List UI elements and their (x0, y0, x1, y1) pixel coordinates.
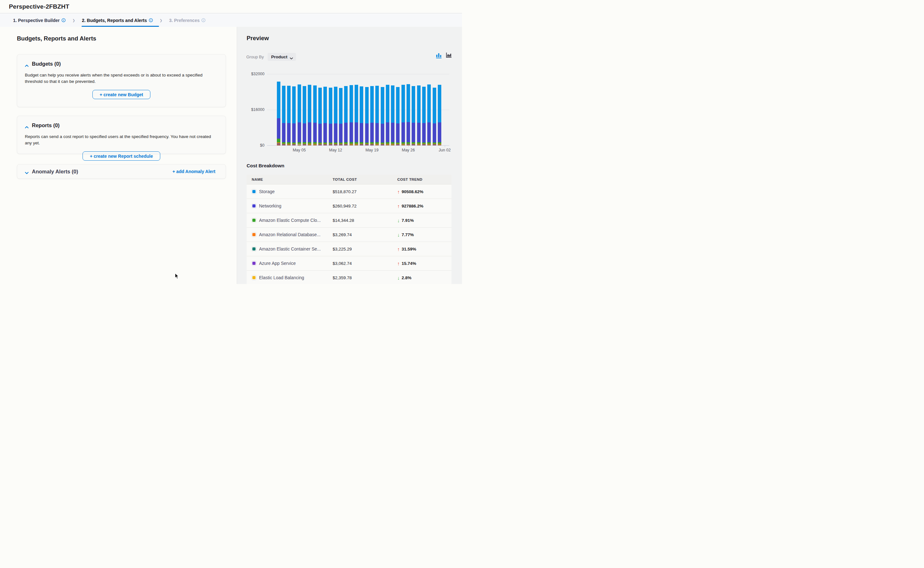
stacked-bar-may-15[interactable] (350, 74, 353, 145)
tab-preferences[interactable]: 3. Preferences (169, 14, 206, 27)
row-name: Amazon Elastic Compute Clo... (259, 218, 333, 223)
chevron-right-icon: › (160, 16, 162, 25)
row-total-cost: $3,269.74 (333, 233, 397, 237)
stacked-bar-may-31[interactable] (433, 74, 436, 145)
row-total-cost: $518,870.27 (333, 189, 397, 194)
stacked-bar-may-30[interactable] (427, 74, 431, 145)
stacked-bar-may-17[interactable] (360, 74, 363, 145)
series-color-chip (252, 261, 256, 266)
stacked-bar-may-27[interactable] (412, 74, 415, 145)
stacked-bar-may-18[interactable] (365, 74, 369, 145)
row-name: Elastic Load Balancing (259, 275, 333, 280)
reports-card-title: Reports (0) (32, 122, 60, 128)
window-header: Perspective-2FBZHT (0, 0, 462, 14)
stacked-bar-may-28[interactable] (417, 74, 421, 145)
x-tick-label: May 19 (365, 148, 378, 153)
x-tick-mark (408, 145, 409, 147)
tab-budgets-reports-alerts[interactable]: 2. Budgets, Reports and Alerts (82, 14, 153, 27)
row-total-cost: $3,062.74 (333, 261, 397, 266)
page-title: Perspective-2FBZHT (9, 3, 69, 10)
stacked-bar-may-01[interactable] (277, 74, 280, 145)
series-color-chip (252, 233, 256, 237)
info-icon[interactable] (149, 18, 153, 22)
trend-arrow-icon: ↓ (397, 232, 400, 237)
x-tick-label: Jun 02 (439, 148, 451, 153)
chevron-up-icon (25, 124, 28, 127)
stacked-bar-may-25[interactable] (401, 74, 405, 145)
stacked-bar-may-09[interactable] (318, 74, 322, 145)
group-by-dropdown[interactable]: Product (268, 53, 296, 61)
stacked-bar-may-04[interactable] (292, 74, 296, 145)
row-cost-trend: ↑90508.62% (397, 189, 451, 195)
table-header: NAME TOTAL COST COST TREND (247, 175, 451, 184)
stacked-bar-may-05[interactable] (298, 74, 301, 145)
anomaly-alerts-card: Anomaly Alerts (0) + add Anomaly Alert (17, 164, 226, 179)
trend-arrow-icon: ↑ (397, 189, 400, 195)
series-color-chip (252, 275, 256, 280)
y-tick-label: $0 (245, 143, 264, 148)
stacked-bar-may-20[interactable] (375, 74, 379, 145)
row-total-cost: $260,949.72 (333, 204, 397, 208)
chevron-down-icon (289, 56, 293, 58)
stacked-bar-may-07[interactable] (308, 74, 311, 145)
preview-heading: Preview (247, 35, 269, 42)
stacked-bar-may-23[interactable] (391, 74, 395, 145)
table-row-elastic-load-balancing: Elastic Load Balancing $2,359.78 ↓2.8% (247, 270, 451, 284)
stacked-bar-may-16[interactable] (355, 74, 358, 145)
info-icon[interactable] (62, 18, 66, 22)
x-tick-label: May 26 (402, 148, 415, 153)
x-tick-label: May 05 (293, 148, 306, 153)
row-name: Azure App Service (259, 261, 333, 266)
tab-perspective-builder[interactable]: 1. Perspective Builder (13, 14, 66, 27)
x-tick-mark (372, 145, 372, 147)
trend-arrow-icon: ↓ (397, 218, 400, 223)
stacked-bar-may-24[interactable] (396, 74, 399, 145)
stacked-bar-may-03[interactable] (287, 74, 291, 145)
stacked-bar-may-14[interactable] (344, 74, 348, 145)
row-cost-trend: ↓7.77% (397, 232, 451, 237)
y-tick-label: $32000 (245, 72, 264, 76)
col-trend: COST TREND (397, 178, 451, 181)
stacked-bar-may-06[interactable] (303, 74, 306, 145)
cost-preview-chart: $32000 $16000 $0 May 05May 12May 19May 2… (237, 71, 462, 157)
series-color-chip (252, 247, 256, 251)
stacked-bar-jun-01[interactable] (438, 74, 441, 145)
group-by-label: Group By (246, 54, 264, 59)
stacked-bar-may-12[interactable] (334, 74, 338, 145)
stacked-bar-may-26[interactable] (407, 74, 410, 145)
stacked-bar-may-19[interactable] (370, 74, 374, 145)
chart-type-toggle (436, 52, 452, 60)
stacked-bar-may-10[interactable] (323, 74, 327, 145)
budgets-card-title: Budgets (0) (32, 61, 61, 67)
info-icon[interactable] (201, 18, 205, 22)
stacked-bar-may-29[interactable] (422, 74, 426, 145)
group-by-row: Group By Product (246, 53, 296, 61)
budgets-collapse-toggle[interactable]: Budgets (0) (17, 54, 226, 67)
row-name: Amazon Relational Database... (259, 232, 333, 237)
stacked-bar-may-08[interactable] (313, 74, 317, 145)
bar-chart-icon[interactable] (436, 52, 442, 60)
cost-breakdown-title: Cost Breakdown (247, 163, 284, 168)
series-color-chip (252, 204, 256, 208)
budgets-card: Budgets (0) Budget can help you receive … (17, 54, 226, 107)
cost-breakdown-table: NAME TOTAL COST COST TREND Storage $518,… (247, 175, 451, 284)
create-budget-button[interactable]: + create new Budget (92, 90, 151, 99)
stacked-bar-may-13[interactable] (339, 74, 342, 145)
stacked-bar-may-02[interactable] (282, 74, 285, 145)
stacked-bar-may-11[interactable] (329, 74, 332, 145)
row-name: Networking (259, 203, 333, 208)
reports-collapse-toggle[interactable]: Reports (0) (17, 116, 226, 128)
x-tick-mark (299, 145, 300, 147)
area-chart-icon[interactable] (445, 52, 452, 60)
anomaly-collapse-toggle[interactable]: Anomaly Alerts (0) (25, 169, 78, 175)
chart-plot-area[interactable] (267, 74, 449, 145)
table-row-networking: Networking $260,949.72 ↑927886.2% (247, 199, 451, 213)
stacked-bar-may-22[interactable] (386, 74, 389, 145)
create-report-schedule-button[interactable]: + create new Report schedule (83, 151, 160, 161)
add-anomaly-alert-link[interactable]: + add Anomaly Alert (172, 169, 216, 174)
trend-arrow-icon: ↓ (397, 275, 400, 281)
y-tick-label: $16000 (245, 107, 264, 112)
stacked-bar-may-21[interactable] (381, 74, 384, 145)
row-total-cost: $2,359.78 (333, 275, 397, 280)
reports-description: Reports can send a cost report to specif… (17, 128, 221, 146)
